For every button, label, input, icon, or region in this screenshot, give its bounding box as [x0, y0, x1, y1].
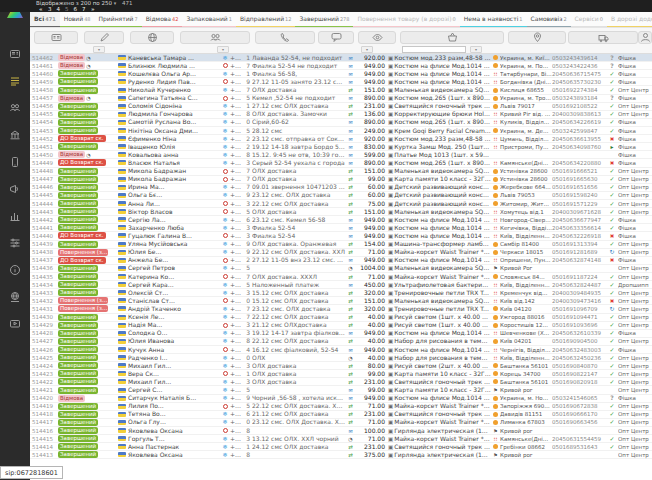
dashboard-icon[interactable]: [7, 46, 23, 62]
ttn-number[interactable]: 0501690666170: [552, 410, 606, 418]
phone-number[interactable]: +380: [230, 216, 244, 224]
ttn-number[interactable]: 0501690822147: [552, 370, 606, 378]
phone-number[interactable]: +380: [230, 451, 244, 459]
ttn-number[interactable]: 20450632824487: [552, 281, 606, 289]
column-header-contact-card-icon[interactable]: [34, 31, 78, 44]
phone-filter-dropdown[interactable]: ▾: [217, 46, 229, 53]
tab-Завершений[interactable]: Завершений278: [295, 12, 353, 28]
phone-number[interactable]: +380: [230, 240, 244, 248]
column-header-person-icon[interactable]: [638, 31, 652, 44]
phone-number[interactable]: +380: [230, 94, 244, 102]
phone-number[interactable]: +380: [230, 273, 244, 281]
phone-number[interactable]: +380: [230, 232, 244, 240]
phone-number[interactable]: +380: [230, 427, 244, 435]
phone-number[interactable]: +380: [230, 183, 244, 191]
ttn-number[interactable]: 0501691571229: [552, 200, 606, 208]
ttn-number[interactable]: 20450635730230: [552, 78, 606, 86]
column-header-eye-icon[interactable]: [358, 31, 396, 44]
column-header-basket-icon[interactable]: [400, 31, 504, 44]
phone-number[interactable]: +380: [230, 354, 244, 362]
phone-number[interactable]: +380: [230, 410, 244, 418]
phone-number[interactable]: +380: [230, 70, 244, 78]
table-row[interactable]: 514413ЗавершенийЯковлева Оксана❄+3808⇄37…: [30, 451, 652, 459]
ttn-number[interactable]: [552, 451, 606, 459]
phone-number[interactable]: +380: [230, 175, 244, 183]
phone-number[interactable]: +380: [230, 264, 244, 272]
phone-number[interactable]: +380: [230, 151, 244, 159]
phone-number[interactable]: +380: [230, 200, 244, 208]
first-page-icon[interactable]: «: [39, 6, 43, 12]
price-filter-dropdown[interactable]: ▾: [361, 46, 373, 53]
ttn-number[interactable]: 20450636677947: [552, 216, 606, 224]
column-header-truck-icon[interactable]: [568, 31, 638, 44]
phone-number[interactable]: +380: [230, 402, 244, 410]
phone-number[interactable]: +380: [230, 248, 244, 256]
ttn-number[interactable]: 20450633356614: [552, 224, 606, 232]
phone-number[interactable]: +380: [230, 208, 244, 216]
phone-number[interactable]: +380: [230, 305, 244, 313]
ttn-number[interactable]: 20400309484935: [552, 289, 606, 297]
phone-number[interactable]: +380: [230, 191, 244, 199]
tab-Прийнятий[interactable]: Прийнятий7: [95, 12, 142, 28]
ttn-number[interactable]: 0503243422436: [552, 62, 606, 70]
ttn-number[interactable]: 0501689531643: [552, 443, 606, 451]
tab-Всі[interactable]: Всі471: [30, 12, 60, 28]
status-filter-dropdown[interactable]: ▾: [93, 46, 105, 53]
ttn-number[interactable]: [552, 386, 606, 394]
ttn-number[interactable]: 20400309671628: [552, 208, 606, 216]
support-globe-icon[interactable]: [7, 289, 23, 305]
column-header-globe-icon[interactable]: [130, 31, 174, 44]
ttn-number[interactable]: 20400309473416: [552, 297, 606, 305]
ttn-number[interactable]: 20400309838613: [552, 110, 606, 118]
ttn-number[interactable]: 0501691666521: [552, 167, 606, 175]
phone-number[interactable]: +380: [230, 102, 244, 110]
ttn-number[interactable]: 20450631554459: [552, 435, 606, 443]
last-page-icon[interactable]: »: [91, 6, 95, 12]
ttn-number[interactable]: 20450632483003: [552, 346, 606, 354]
region-filter-dropdown[interactable]: ▾: [470, 46, 482, 53]
ttn-number[interactable]: 0501691094471: [552, 313, 606, 321]
marketing-icon[interactable]: [7, 181, 23, 197]
phone-number[interactable]: +380: [230, 135, 244, 143]
ttn-number[interactable]: 0501691093696: [552, 321, 606, 329]
column-header-edit-pencil-icon[interactable]: [84, 31, 124, 44]
phone-number[interactable]: +380: [230, 143, 244, 151]
phone-number[interactable]: +380: [230, 118, 244, 126]
ttn-number[interactable]: 20450636613955: [552, 135, 606, 143]
phone-number[interactable]: +380: [230, 362, 244, 370]
ttn-number[interactable]: 20450632610339: [552, 329, 606, 337]
phone-number[interactable]: +380: [230, 289, 244, 297]
phone-number[interactable]: +380: [230, 54, 244, 62]
ttn-number[interactable]: 0501691313394: [552, 240, 606, 248]
phone-number[interactable]: +380: [230, 321, 244, 329]
phone-number[interactable]: +380: [230, 78, 244, 86]
phone-number[interactable]: +380: [230, 378, 244, 386]
tab-Повернення товару (в дорозі)[interactable]: Повернення товару (в дорозі)0: [353, 12, 459, 28]
phone-number[interactable]: +380: [230, 386, 244, 394]
ttn-number[interactable]: 20450634220880: [552, 159, 606, 167]
phone-number[interactable]: +380: [230, 418, 244, 426]
video-icon[interactable]: [7, 316, 23, 332]
ttn-number[interactable]: 0501690904500: [552, 337, 606, 345]
ttn-number[interactable]: 0501692108522: [552, 102, 606, 110]
phone-number[interactable]: +380: [230, 159, 244, 167]
ttn-number[interactable]: 0501691651656: [552, 183, 606, 191]
reports-icon[interactable]: [7, 208, 23, 224]
phone-number[interactable]: +380: [230, 370, 244, 378]
phone-number[interactable]: +380: [230, 329, 244, 337]
ttn-number[interactable]: 0501690663456: [552, 418, 606, 426]
page-button-5[interactable]: 5: [65, 6, 69, 12]
ttn-number[interactable]: 0501691665630: [552, 175, 606, 183]
warehouse-icon[interactable]: [7, 127, 23, 143]
tab-Відправлений[interactable]: Відправлений12: [236, 12, 296, 28]
column-header-location-pin-icon[interactable]: [508, 31, 566, 44]
ttn-number[interactable]: 0503242599847: [552, 127, 606, 135]
ttn-number[interactable]: [552, 151, 606, 159]
column-header-users-icon[interactable]: [180, 31, 250, 44]
phone-number[interactable]: +380: [230, 281, 244, 289]
phone-number[interactable]: +380: [230, 297, 244, 305]
column-header-phone-icon[interactable]: [255, 31, 315, 44]
column-header-chat-bubble-icon[interactable]: [318, 31, 354, 44]
phone-number[interactable]: +380: [230, 86, 244, 94]
info-icon[interactable]: [7, 262, 23, 278]
